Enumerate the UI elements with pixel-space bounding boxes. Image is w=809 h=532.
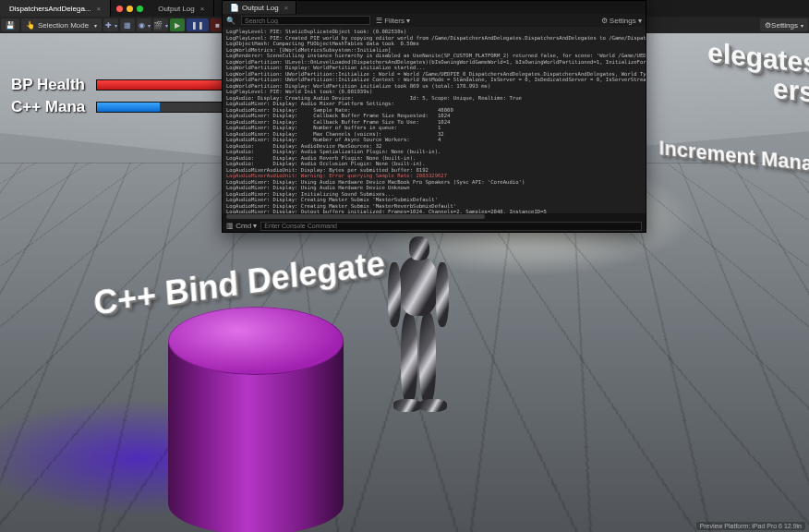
- hud-mana-bar: [96, 102, 223, 113]
- level-tab-label: DispatchersAndDelega...: [9, 5, 91, 13]
- cinematics-button[interactable]: 🎬▾: [153, 18, 168, 31]
- chevron-down-icon: ▾: [801, 22, 803, 29]
- search-icon: 🔍: [226, 17, 235, 25]
- close-window-icon[interactable]: [116, 6, 123, 12]
- output-log-toolbar: 🔍 ☰ Filters ▾ ⚙ Settings ▾: [223, 14, 646, 27]
- hud-health-label: BP Health: [11, 76, 96, 94]
- hud-mana-label: C++ Mana: [11, 98, 96, 116]
- settings-button[interactable]: ⚙ Settings▾: [760, 18, 808, 31]
- scrollbar-thumb[interactable]: [226, 214, 485, 219]
- marketplace-button[interactable]: ▦: [120, 18, 135, 31]
- output-log-tab-label: Output Log: [242, 4, 279, 12]
- output-log-hscrollbar[interactable]: [223, 213, 646, 220]
- play-button[interactable]: ▶: [170, 18, 185, 31]
- chevron-down-icon: ▾: [115, 22, 117, 29]
- output-log-tab[interactable]: 📄 Output Log ×: [223, 1, 296, 14]
- close-icon[interactable]: ×: [97, 5, 102, 13]
- blueprint-button[interactable]: ◉▾: [137, 18, 151, 31]
- preview-platform-watermark: Preview Platform: iPad Pro 6 12.9in: [696, 522, 806, 530]
- player-hud: BP Health C++ Mana: [11, 76, 223, 120]
- chevron-down-icon: ▾: [165, 22, 168, 29]
- chevron-down-icon: ▾: [148, 22, 151, 29]
- output-log-text[interactable]: LogPlayLevel: PIE: StaticDuplicateObject…: [223, 27, 646, 213]
- console-command-bar: ▥ Cmd ▾: [223, 220, 646, 232]
- minimize-window-icon[interactable]: [127, 6, 133, 12]
- macos-window-controls[interactable]: [116, 6, 143, 12]
- save-button[interactable]: 💾: [1, 18, 19, 31]
- maximize-window-icon[interactable]: [137, 6, 143, 12]
- chevron-down-icon: ▾: [94, 22, 97, 29]
- output-log-panel[interactable]: 📄 Output Log × 🔍 ☰ Filters ▾ ⚙ Settings …: [222, 0, 646, 233]
- hud-health-fill: [97, 80, 223, 90]
- output-log-window-tab[interactable]: Output Log ×: [149, 0, 214, 17]
- add-content-button[interactable]: ✚▾: [103, 18, 118, 31]
- selection-mode-dropdown[interactable]: 👆 Selection Mode▾: [21, 18, 102, 31]
- log-search-input[interactable]: [241, 16, 370, 25]
- log-settings-dropdown[interactable]: ⚙ Settings ▾: [601, 17, 642, 25]
- mannequin-character: [386, 236, 451, 430]
- close-icon[interactable]: ×: [200, 5, 205, 13]
- level-tab[interactable]: DispatchersAndDelega... ×: [0, 0, 111, 17]
- console-command-input[interactable]: [260, 222, 642, 231]
- pause-button[interactable]: ❚❚: [187, 18, 209, 31]
- settings-label: Settings: [771, 21, 798, 30]
- hud-health-bar: [96, 79, 223, 91]
- output-log-window-tab-label: Output Log: [158, 5, 195, 13]
- cylinder-actor-top: [168, 307, 344, 375]
- hud-mana-fill: [97, 103, 160, 112]
- text3d-ers: ers: [773, 73, 809, 109]
- cmd-scope-dropdown[interactable]: ▥ Cmd ▾: [226, 222, 257, 230]
- output-log-tabstrip: 📄 Output Log ×: [223, 1, 646, 14]
- filters-dropdown[interactable]: ☰ Filters ▾: [376, 17, 410, 25]
- close-icon[interactable]: ×: [284, 4, 289, 12]
- mode-label: Selection Mode: [38, 21, 89, 30]
